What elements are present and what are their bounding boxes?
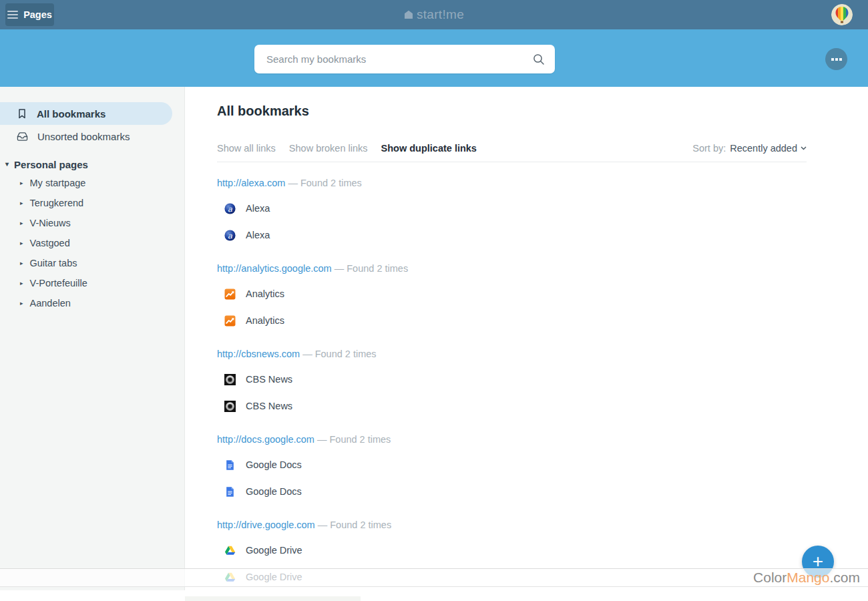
- cbs-favicon-icon: [224, 401, 236, 412]
- found-count: — Found 2 times: [318, 520, 391, 530]
- sidebar: All bookmarks Unsorted bookmarks ▾ Perso…: [0, 87, 185, 590]
- pages-button[interactable]: Pages: [5, 3, 54, 26]
- bookmark-row[interactable]: aAlexa: [217, 222, 807, 248]
- bookmark-title: Analytics: [246, 315, 284, 326]
- chevron-down-icon: [801, 146, 807, 150]
- duplicate-group: http://docs.google.com — Found 2 timesGo…: [217, 433, 807, 505]
- sidebar-page-item[interactable]: ▸Vastgoed: [0, 233, 184, 253]
- sidebar-page-item[interactable]: ▸V-Nieuws: [0, 213, 184, 233]
- sort-by-label: Sort by:: [692, 143, 726, 154]
- sidebar-page-item[interactable]: ▸V-Portefeuille: [0, 273, 184, 293]
- bookmark-row[interactable]: CBS News: [217, 393, 807, 419]
- bookmark-row[interactable]: aAlexa: [217, 195, 807, 222]
- house-icon: [404, 10, 413, 19]
- duplicate-group: http://analytics.google.com — Found 2 ti…: [217, 262, 807, 334]
- gdrive-favicon-icon: [224, 545, 236, 556]
- bookmark-row[interactable]: Analytics: [217, 307, 807, 334]
- search-band: [0, 29, 868, 87]
- bookmark-groups: http://alexa.com — Found 2 timesaAlexaaA…: [217, 176, 807, 590]
- sidebar-pages: ▸My startpage▸Terugkerend▸V-Nieuws▸Vastg…: [0, 173, 184, 313]
- tab-show-duplicate-links[interactable]: Show duplicate links: [381, 143, 477, 154]
- bookmark-title: Google Docs: [246, 459, 302, 470]
- group-url-link[interactable]: http://docs.google.com: [217, 434, 314, 445]
- sidebar-page-item[interactable]: ▸Guitar tabs: [0, 253, 184, 273]
- sidebar-page-label: Aandelen: [30, 298, 71, 309]
- bookmark-row[interactable]: Google Docs: [217, 451, 807, 478]
- pages-button-label: Pages: [23, 9, 52, 20]
- expand-arrow-icon: ▸: [20, 200, 23, 206]
- svg-text:a: a: [228, 230, 232, 240]
- main-content: All bookmarks Show all links Show broken…: [186, 87, 868, 601]
- bookmark-title: Google Docs: [246, 486, 302, 497]
- sidebar-page-item[interactable]: ▸My startpage: [0, 173, 184, 193]
- sort-dropdown[interactable]: Recently added: [730, 143, 807, 154]
- svg-text:a: a: [228, 204, 232, 213]
- sidebar-item-unsorted-bookmarks[interactable]: Unsorted bookmarks: [0, 125, 184, 148]
- expand-arrow-icon: ▸: [20, 180, 23, 186]
- expand-arrow-icon: ▸: [20, 260, 23, 266]
- sidebar-page-item[interactable]: ▸Aandelen: [0, 293, 184, 313]
- bookmark-title: CBS News: [246, 401, 292, 411]
- watermark-text: Color: [753, 570, 787, 586]
- group-url-link[interactable]: http://analytics.google.com: [217, 263, 332, 274]
- bookmark-row[interactable]: Analytics: [217, 280, 807, 307]
- bookmark-title: Alexa: [246, 230, 270, 240]
- sort-value: Recently added: [730, 143, 797, 154]
- group-url-link[interactable]: http://cbsnews.com: [217, 349, 300, 359]
- search-icon[interactable]: [533, 53, 545, 65]
- avatar[interactable]: [831, 4, 853, 25]
- section-label: Personal pages: [14, 159, 88, 170]
- search-box: [254, 45, 555, 73]
- found-count: — Found 2 times: [288, 178, 361, 188]
- sidebar-item-label: Unsorted bookmarks: [37, 131, 130, 142]
- expand-arrow-icon: ▸: [20, 280, 23, 286]
- page-title: All bookmarks: [217, 102, 807, 120]
- bookmark-title: Alexa: [246, 203, 270, 214]
- gdocs-favicon-icon: [224, 486, 236, 497]
- alexa-favicon-icon: a: [224, 230, 236, 241]
- filter-tabs: Show all links Show broken links Show du…: [217, 141, 807, 156]
- logo-text: start!me: [417, 7, 464, 22]
- bookmark-row[interactable]: CBS News: [217, 366, 807, 393]
- bookmark-icon: [17, 108, 27, 119]
- bookmark-row[interactable]: Google Docs: [217, 478, 807, 505]
- found-count: — Found 2 times: [302, 349, 376, 359]
- sidebar-item-label: All bookmarks: [37, 108, 105, 120]
- alexa-favicon-icon: a: [224, 203, 236, 214]
- balloon-avatar-icon: [831, 4, 853, 25]
- bookmark-title: Google Drive: [246, 545, 302, 556]
- tab-show-all-links[interactable]: Show all links: [217, 143, 276, 154]
- bookmark-row[interactable]: Google Drive: [217, 537, 807, 564]
- expand-arrow-icon: ▸: [20, 240, 23, 246]
- sidebar-page-label: Terugkerend: [30, 198, 84, 208]
- expand-arrow-icon: ▸: [20, 220, 23, 226]
- sidebar-page-item[interactable]: ▸Terugkerend: [0, 193, 184, 213]
- found-count: — Found 2 times: [335, 263, 408, 274]
- sidebar-page-label: V-Nieuws: [30, 218, 71, 228]
- expand-arrow-icon: ▸: [20, 300, 23, 307]
- found-count: — Found 2 times: [317, 434, 391, 445]
- duplicate-group: http://cbsnews.com — Found 2 timesCBS Ne…: [217, 347, 807, 419]
- more-options-button[interactable]: [825, 48, 847, 70]
- analytics-favicon-icon: [224, 288, 236, 300]
- bottom-strip: [185, 596, 361, 601]
- menu-icon: [7, 11, 18, 19]
- group-url-link[interactable]: http://drive.google.com: [217, 520, 315, 530]
- sidebar-page-label: Guitar tabs: [30, 258, 77, 268]
- tabs-divider: [217, 162, 807, 162]
- watermark: ColorMango.com: [0, 568, 868, 587]
- sidebar-section-personal-pages[interactable]: ▾ Personal pages: [0, 157, 184, 172]
- startme-logo[interactable]: start!me: [404, 0, 464, 29]
- sidebar-page-label: My startpage: [30, 178, 86, 188]
- sidebar-item-all-bookmarks[interactable]: All bookmarks: [0, 102, 172, 125]
- search-input[interactable]: [254, 53, 533, 65]
- group-url-link[interactable]: http://alexa.com: [217, 178, 285, 188]
- inbox-icon: [17, 131, 28, 142]
- tab-show-broken-links[interactable]: Show broken links: [289, 143, 368, 154]
- analytics-favicon-icon: [224, 315, 236, 327]
- cbs-favicon-icon: [224, 374, 236, 385]
- sort-control: Sort by: Recently added: [692, 143, 807, 154]
- sidebar-page-label: Vastgoed: [30, 238, 70, 248]
- bookmark-title: CBS News: [246, 374, 292, 385]
- duplicate-group: http://alexa.com — Found 2 timesaAlexaaA…: [217, 176, 807, 248]
